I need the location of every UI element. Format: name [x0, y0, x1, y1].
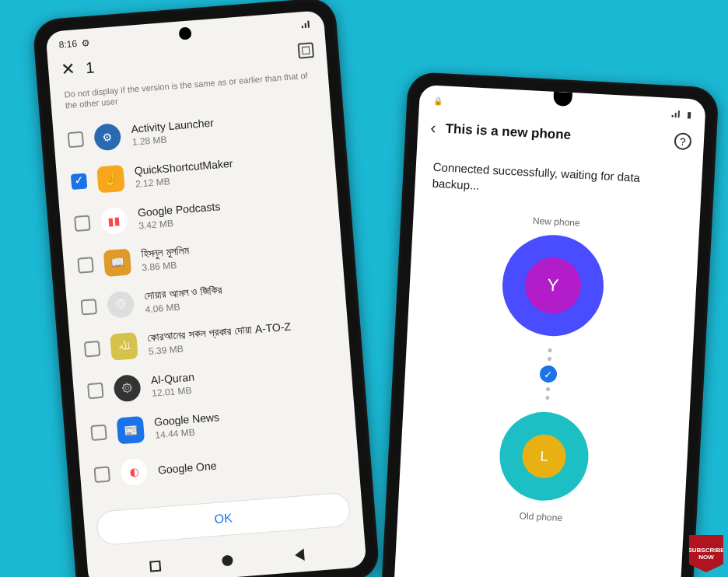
left-phone-frame: 8:16 ⚙ ✕ 1 Do not display if the version… — [32, 0, 380, 577]
app-size: 3.86 MB — [142, 259, 191, 274]
app-checkbox[interactable] — [87, 382, 104, 399]
app-icon: 📰 — [117, 415, 145, 444]
app-icon: ◐ — [120, 457, 149, 486]
new-phone-label: New phone — [533, 215, 580, 229]
settings-icon: ⚙ — [81, 37, 90, 48]
status-time: 8:16 — [58, 38, 77, 51]
lock-icon: 🔒 — [433, 96, 443, 108]
right-screen: 🔒 ▮ ‹ This is a new phone ? Connected su… — [390, 85, 706, 577]
home-button[interactable] — [222, 554, 233, 566]
app-meta: Google One — [157, 459, 217, 476]
connection-dots: ✓ — [538, 348, 558, 400]
app-meta: Activity Launcher 1.28 MB — [131, 116, 215, 147]
app-name: হিসনুল মুসলিম — [141, 244, 190, 261]
back-button[interactable] — [294, 548, 304, 561]
app-meta: হিসনুল মুসলিম 3.86 MB — [141, 244, 191, 274]
dot — [547, 357, 551, 361]
badge-line1: SUBSCRIBE — [688, 547, 724, 554]
app-checkbox[interactable] — [68, 131, 85, 148]
app-icon: ☝ — [96, 164, 125, 193]
subscribe-badge[interactable]: SUBSCRIBE NOW — [689, 535, 723, 572]
app-checkbox[interactable] — [71, 173, 88, 190]
dot — [545, 396, 549, 400]
app-icon: 📖 — [103, 248, 132, 277]
scene: 8:16 ⚙ ✕ 1 Do not display if the version… — [0, 0, 728, 577]
app-name: Google One — [157, 459, 217, 476]
app-checkbox[interactable] — [93, 466, 110, 483]
dot — [548, 348, 551, 352]
app-meta: Google Podcasts 3.42 MB — [137, 200, 222, 231]
app-checkbox[interactable] — [90, 424, 107, 441]
app-list[interactable]: ⚙ Activity Launcher 1.28 MB ☝ QuickShort… — [52, 98, 360, 506]
new-phone-circle: Y — [500, 233, 607, 339]
badge-line2: NOW — [698, 554, 714, 561]
app-icon: ▮▮ — [100, 206, 128, 235]
dot — [545, 387, 549, 391]
connected-check-icon: ✓ — [539, 365, 557, 383]
app-icon: ۞ — [113, 374, 142, 403]
app-icon: ﷲ — [110, 332, 138, 361]
old-phone-circle: L — [498, 410, 591, 503]
selected-count: 1 — [85, 58, 95, 77]
page-title: This is a new phone — [445, 121, 571, 143]
right-phone-frame: 🔒 ▮ ‹ This is a new phone ? Connected su… — [377, 72, 719, 577]
old-phone-label: Old phone — [519, 510, 562, 523]
app-meta: কোরআনের সকল প্রকার দোয়া A-TO-Z 5.39 MB — [147, 320, 292, 357]
new-phone-avatar: Y — [523, 256, 583, 315]
signal-icon — [300, 19, 312, 31]
close-icon[interactable]: ✕ — [60, 58, 75, 79]
select-all-checkbox[interactable] — [298, 42, 315, 59]
app-meta: Google News 14.44 MB — [154, 411, 221, 440]
left-screen: 8:16 ⚙ ✕ 1 Do not display if the version… — [45, 10, 366, 577]
app-size: 12.01 MB — [152, 384, 196, 398]
back-icon[interactable]: ‹ — [430, 118, 437, 138]
app-name: Al-Quran — [150, 370, 194, 386]
app-meta: Al-Quran 12.01 MB — [150, 370, 195, 398]
battery-icon: ▮ — [686, 110, 691, 121]
app-icon: ⚙ — [93, 123, 122, 152]
help-icon[interactable]: ? — [674, 132, 691, 150]
old-phone-avatar: L — [521, 433, 567, 479]
transfer-diagram: New phone Y ✓ L Old phone — [390, 203, 700, 577]
app-icon: ۞ — [107, 290, 135, 319]
app-meta: দোয়ার আমল ও জিকির 4.06 MB — [144, 283, 224, 315]
app-meta: QuickShortcutMaker 2.12 MB — [134, 156, 234, 189]
signal-icon — [670, 109, 682, 121]
app-checkbox[interactable] — [84, 341, 101, 358]
app-checkbox[interactable] — [81, 299, 98, 316]
app-checkbox[interactable] — [77, 257, 94, 274]
app-checkbox[interactable] — [74, 215, 91, 232]
recents-button[interactable] — [149, 561, 161, 572]
